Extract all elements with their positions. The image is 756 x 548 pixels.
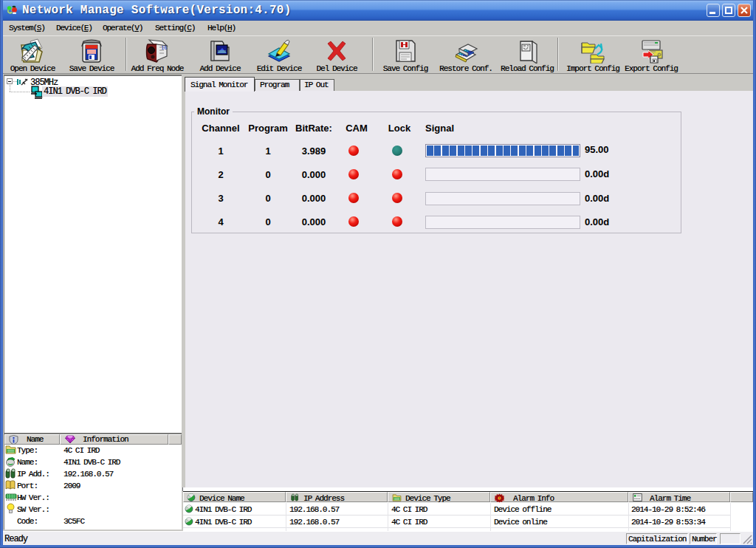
svg-text:16: 16 <box>161 45 167 51</box>
